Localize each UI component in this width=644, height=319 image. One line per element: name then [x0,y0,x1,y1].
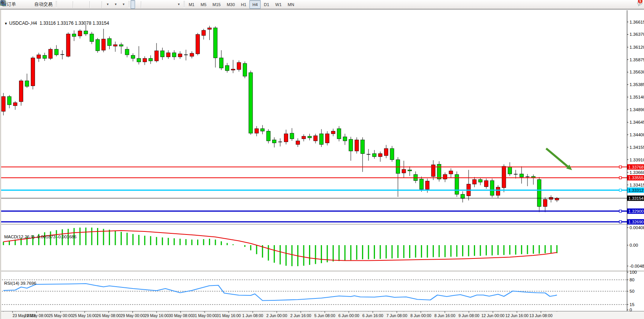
price-line-handle[interactable] [619,221,622,223]
trend-line-button[interactable] [152,0,156,9]
rsi-indicator-label: RSI(14) 39.7696 [4,281,36,286]
time-tick-label: 8 Jun 16:00 [434,313,455,318]
bull-candle [331,131,335,134]
periods-button[interactable]: ▼ [112,0,120,9]
bear-candle [361,140,365,153]
bear-candle [25,81,29,86]
symbol-collapse-icon[interactable]: ▼ [4,22,8,26]
bear-candle [243,64,247,76]
price-line-handle[interactable] [619,177,622,179]
bull-candle [202,30,206,35]
text-label-button[interactable]: T [170,0,175,9]
bull-candle [296,141,300,144]
bear-candle [125,49,129,55]
bear-candle [508,167,512,174]
time-tick-label: 30 May 08:00 [169,313,193,318]
rsi-name: RSI(14) [4,281,19,286]
time-tick-label: 2 Jun 16:00 [290,313,311,318]
timeframe-mn-button[interactable]: MN [285,0,297,9]
bear-candle [261,129,265,131]
bull-candle [31,58,35,86]
bear-candle [308,136,311,138]
bar-chart-button[interactable] [58,0,62,9]
chart-shift-button[interactable] [96,0,100,9]
crosshair-button[interactable] [135,0,140,9]
bull-candle [543,199,547,207]
timeframe-h1-button[interactable]: H1 [238,0,249,9]
timeframe-m1-button[interactable]: M1 [186,0,198,9]
rsi-tick-label: 100 [630,270,637,274]
macd-rsi-splitter[interactable] [1,271,644,271]
timeframe-toolbar: M1M5M15M30H1H4D1W1MN [186,0,297,9]
price-tick-label: 1.36615 [630,20,644,24]
horizontal-line-button[interactable] [147,0,152,9]
price-tick-label: 1.36370 [630,32,644,37]
vertical-line-button[interactable] [143,0,147,9]
bear-candle [373,153,376,156]
time-tick-label: 8 Jun 00:00 [410,313,431,318]
price-flag-label: 1.32900 [628,209,644,214]
signals-button[interactable] [27,0,32,9]
price-line-handle[interactable] [619,210,622,212]
price-line-handle[interactable] [619,166,622,168]
autotrading-button[interactable]: 自动交易 [32,0,55,9]
bear-candle [131,55,135,58]
bull-candle [402,169,406,173]
equidistant-channel-button[interactable]: E [156,0,161,9]
price-tick-label: 1.36120 [630,45,644,49]
time-tick-label: 29 May 00:00 [121,313,145,318]
main-macd-splitter[interactable] [1,224,644,225]
notifications-button[interactable]: 1 [636,0,641,9]
rsi-value: 39.7696 [21,281,37,286]
line-chart-button[interactable] [67,0,72,9]
bear-candle [437,164,441,179]
bear-candle [219,58,223,68]
toolbar-separator [73,1,73,8]
price-tick-label: 1.33415 [630,183,644,187]
timeframe-w1-button[interactable]: W1 [272,0,285,9]
bull-candle [502,166,506,188]
bear-candle [520,174,523,177]
timeframe-d1-button[interactable]: D1 [261,0,272,9]
timeframe-m30-button[interactable]: M30 [224,0,238,9]
time-tick-label: 9 Jun 08:00 [458,313,479,318]
timeframe-m5-button[interactable]: M5 [198,0,209,9]
time-tick-label: 12 Jun 16:00 [505,313,529,318]
zoom-out-button[interactable] [79,0,84,9]
time-tick-label: 5 Jun 08:00 [314,313,335,318]
fibonacci-button[interactable]: F [161,0,166,9]
experts-button[interactable] [23,0,27,9]
templates-button[interactable]: ▼ [120,0,128,9]
arrows-button[interactable]: ▼ [175,0,183,9]
bull-candle [66,34,70,56]
cursor-button[interactable] [131,0,135,9]
bull-candle [113,45,117,46]
price-tick-label: 1.34155 [630,145,644,150]
bear-candle [90,34,94,41]
bull-candle [384,148,388,156]
bull-candle [443,174,447,179]
timeframe-m15-button[interactable]: M15 [209,0,223,9]
price-line-handle[interactable] [619,189,622,191]
zoom-in-button[interactable] [75,0,79,9]
macd-tick-label: -0.004872 [630,264,644,268]
macd-tick-label: 0.00 [630,243,638,247]
search-button[interactable] [632,0,636,9]
toolbar-separator [102,1,102,8]
chart-canvas[interactable]: 1.366151.363701.361201.358751.356301.353… [1,10,644,319]
bear-candle [461,194,465,198]
bull-candle [231,69,235,70]
bear-candle [390,148,394,160]
bull-candle [355,140,359,151]
text-button[interactable]: A [166,0,170,9]
macd-indicator-label: MACD(12,26,9) -0.001873 -0.001686 [4,234,77,239]
indicators-button[interactable]: ▼ [104,0,112,9]
auto-scroll-button[interactable] [91,0,96,9]
styler-button[interactable] [18,0,23,9]
toolbar-separator [89,1,90,8]
candlestick-chart-button[interactable] [62,0,67,9]
bear-candle [290,133,294,139]
timeframe-h4-button[interactable]: H4 [249,0,261,9]
chart-window: 1.366151.363701.361201.358751.356301.353… [0,9,644,319]
tile-windows-button[interactable] [84,0,88,9]
